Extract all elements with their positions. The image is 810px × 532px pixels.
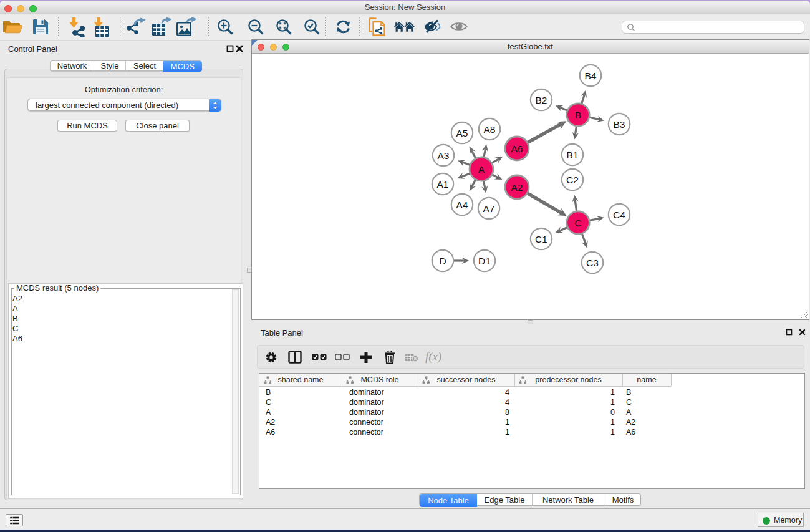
svg-text:A7: A7 xyxy=(483,203,495,214)
svg-text:A4: A4 xyxy=(456,200,468,210)
svg-text:C: C xyxy=(574,218,581,228)
svg-text:A5: A5 xyxy=(456,128,468,138)
svg-text:A: A xyxy=(478,164,485,175)
svg-text:B3: B3 xyxy=(614,119,625,130)
svg-text:A8: A8 xyxy=(484,124,496,135)
svg-text:A1: A1 xyxy=(437,179,449,190)
svg-text:A6: A6 xyxy=(511,143,523,154)
svg-text:C2: C2 xyxy=(566,175,579,185)
svg-text:B2: B2 xyxy=(536,95,547,105)
svg-text:C4: C4 xyxy=(613,210,625,220)
svg-text:D1: D1 xyxy=(478,256,491,266)
svg-text:C1: C1 xyxy=(535,234,547,244)
svg-text:A2: A2 xyxy=(511,182,523,193)
svg-text:C3: C3 xyxy=(586,258,599,268)
svg-text:B: B xyxy=(575,110,581,120)
svg-text:B4: B4 xyxy=(585,70,597,81)
svg-text:D: D xyxy=(439,256,446,266)
svg-text:A3: A3 xyxy=(438,150,450,161)
svg-text:B1: B1 xyxy=(567,150,579,160)
